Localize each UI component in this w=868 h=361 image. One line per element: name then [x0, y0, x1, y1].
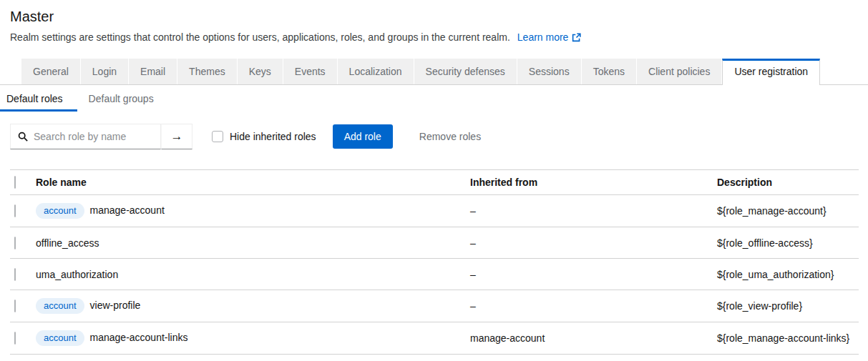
remove-roles-button[interactable]: Remove roles: [414, 124, 487, 149]
inherited-from: –: [470, 205, 476, 217]
role-name: uma_authorization: [36, 269, 118, 280]
tab-security-defenses[interactable]: Security defenses: [414, 59, 517, 84]
tab-sessions[interactable]: Sessions: [517, 59, 582, 84]
default-roles-table: Role name Inherited from Description acc…: [10, 169, 859, 355]
search-submit-button[interactable]: →: [161, 124, 192, 149]
row-checkbox[interactable]: [14, 204, 16, 217]
role-name: offline_access: [36, 237, 99, 249]
tab-localization[interactable]: Localization: [338, 59, 414, 84]
column-header-inherited-from: Inherited from: [470, 170, 717, 195]
arrow-right-icon: →: [171, 129, 183, 143]
table-row: offline_access – ${role_offline-access}: [10, 227, 859, 259]
tab-events[interactable]: Events: [283, 59, 338, 84]
tab-general[interactable]: General: [21, 59, 81, 84]
row-checkbox[interactable]: [14, 268, 16, 281]
search-box: [10, 124, 161, 149]
inherited-from: –: [470, 300, 476, 312]
role-name: manage-account: [90, 204, 165, 216]
tab-email[interactable]: Email: [129, 59, 177, 84]
page-header: Master Realm settings are settings that …: [0, 0, 868, 44]
role-name: manage-account-links: [90, 332, 188, 343]
realm-description-line: Realm settings are settings that control…: [10, 30, 857, 44]
column-header-role-name: Role name: [36, 170, 470, 195]
row-checkbox[interactable]: [14, 332, 16, 345]
tab-login[interactable]: Login: [81, 59, 129, 84]
search-icon: [18, 132, 28, 142]
tab-user-registration[interactable]: User registration: [722, 59, 820, 85]
row-checkbox[interactable]: [14, 300, 16, 312]
subtab-default-groups[interactable]: Default groups: [77, 85, 165, 112]
client-badge: account: [36, 330, 84, 346]
role-name: view-profile: [90, 300, 141, 311]
inherited-from: manage-account: [470, 332, 545, 344]
role-description: ${role_uma_authorization}: [717, 269, 834, 280]
tab-keys[interactable]: Keys: [238, 59, 283, 84]
hide-inherited-label[interactable]: Hide inherited roles: [230, 131, 316, 142]
external-link-icon: [572, 33, 581, 42]
page-title: Master: [10, 9, 857, 25]
table-row: accountmanage-account-links manage-accou…: [10, 322, 859, 355]
search-group: →: [10, 124, 192, 149]
column-header-description: Description: [717, 170, 859, 195]
roles-toolbar: → Hide inherited roles Add role Remove r…: [10, 124, 857, 149]
table-row: accountmanage-account – ${role_manage-ac…: [10, 195, 859, 227]
role-description: ${role_view-profile}: [717, 300, 802, 312]
row-checkbox[interactable]: [14, 237, 16, 249]
realm-description: Realm settings are settings that control…: [10, 31, 510, 43]
add-role-button[interactable]: Add role: [333, 124, 393, 149]
tab-tokens[interactable]: Tokens: [582, 59, 637, 84]
user-registration-subtabs: Default roles Default groups: [0, 85, 868, 112]
role-description: ${role_manage-account}: [717, 205, 826, 217]
tab-client-policies[interactable]: Client policies: [637, 59, 722, 84]
inherited-from: –: [470, 237, 476, 249]
hide-inherited-group: Hide inherited roles: [212, 131, 316, 142]
select-all-checkbox[interactable]: [14, 176, 16, 189]
role-description: ${role_manage-account-links}: [717, 332, 849, 344]
learn-more-link[interactable]: Learn more: [517, 31, 582, 43]
tab-themes[interactable]: Themes: [177, 59, 238, 84]
search-input[interactable]: [34, 131, 153, 142]
learn-more-label: Learn more: [517, 31, 569, 43]
client-badge: account: [36, 298, 84, 314]
client-badge: account: [36, 203, 84, 219]
hide-inherited-checkbox[interactable]: [212, 131, 223, 142]
realm-settings-tabs: General Login Email Themes Keys Events L…: [0, 59, 868, 85]
table-header-row: Role name Inherited from Description: [10, 170, 859, 195]
table-row: accountview-profile – ${role_view-profil…: [10, 290, 859, 322]
role-description: ${role_offline-access}: [717, 237, 813, 249]
inherited-from: –: [470, 269, 476, 280]
table-row: uma_authorization – ${role_uma_authoriza…: [10, 259, 859, 290]
subtab-default-roles[interactable]: Default roles: [0, 85, 77, 112]
